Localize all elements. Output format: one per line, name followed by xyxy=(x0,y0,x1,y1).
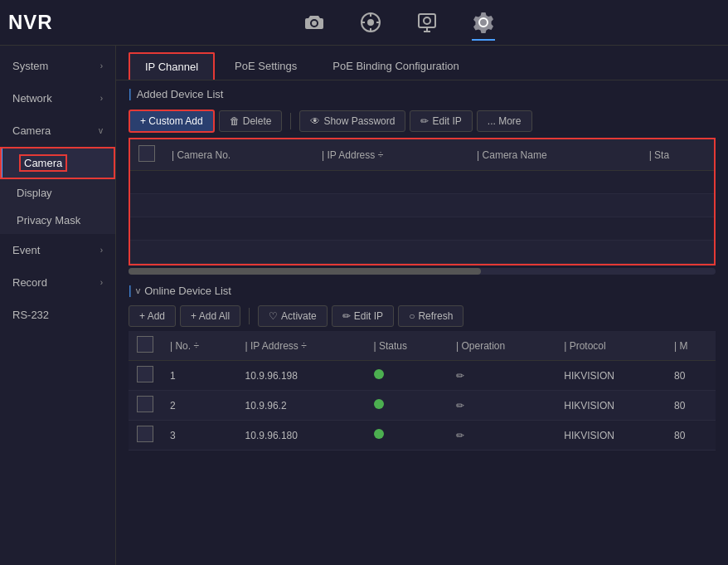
tab-poe-binding[interactable]: PoE Binding Configuration xyxy=(317,52,475,80)
more-button[interactable]: ... More xyxy=(477,110,532,132)
sidebar-arrow-network: › xyxy=(100,94,103,103)
sidebar-label-record: Record xyxy=(12,276,47,289)
added-device-table: | Camera No. | IP Address ÷ | Camera Nam… xyxy=(130,139,714,264)
add-button[interactable]: + Add xyxy=(129,305,176,327)
sidebar-subitem-privacy[interactable]: Privacy Mask xyxy=(0,207,115,234)
row-ip: 10.9.96.180 xyxy=(237,421,366,451)
nav-playback[interactable] xyxy=(359,11,382,34)
col-camera-name: | Camera Name xyxy=(468,139,641,171)
col-camera-no: | Camera No. xyxy=(163,139,313,171)
online-bar-indicator: | xyxy=(129,284,132,297)
activate-button[interactable]: ♡ Activate xyxy=(258,305,328,327)
custom-add-button[interactable]: + Custom Add xyxy=(129,110,215,133)
eye-icon: 👁 xyxy=(310,115,320,127)
show-password-button[interactable]: 👁 Show Password xyxy=(299,110,405,132)
row-checkbox-cell xyxy=(129,421,162,451)
sidebar-item-event[interactable]: Event › xyxy=(0,234,115,266)
row-operation: ✏ xyxy=(448,421,556,451)
sidebar-item-camera[interactable]: Camera v xyxy=(0,114,115,147)
row-status xyxy=(366,391,449,421)
sidebar-label-system: System xyxy=(12,60,48,72)
online-separator-1 xyxy=(249,308,250,324)
row-no: 3 xyxy=(162,421,237,451)
sidebar-item-system[interactable]: System › xyxy=(0,50,115,82)
sidebar-arrow-event: › xyxy=(100,246,103,255)
row-edit-icon[interactable]: ✏ xyxy=(456,400,464,412)
svg-point-7 xyxy=(424,17,430,24)
row-edit-icon[interactable]: ✏ xyxy=(456,370,464,382)
more-label: ... More xyxy=(488,115,522,127)
row-operation: ✏ xyxy=(448,391,556,421)
header-checkbox[interactable] xyxy=(138,145,155,162)
sidebar-sub-camera: Camera Display Privacy Mask xyxy=(0,147,115,234)
status-indicator xyxy=(374,429,384,439)
refresh-button[interactable]: ○ Refresh xyxy=(398,305,463,327)
nav-search[interactable] xyxy=(415,11,439,34)
content-area: IP Channel PoE Settings PoE Binding Conf… xyxy=(116,46,728,565)
delete-label: Delete xyxy=(243,115,272,127)
show-password-label: Show Password xyxy=(323,115,395,127)
sidebar-item-rs232[interactable]: RS-232 xyxy=(0,299,115,331)
online-toolbar: + Add + Add All ♡ Activate ✏ Edit IP ○ R… xyxy=(116,301,728,331)
row-m: 80 xyxy=(666,421,716,451)
tab-poe-settings[interactable]: PoE Settings xyxy=(219,52,313,80)
row-checkbox-cell xyxy=(129,391,162,421)
nav-camera[interactable] xyxy=(303,11,326,34)
row-m: 80 xyxy=(666,361,716,391)
svg-point-1 xyxy=(367,19,374,26)
added-device-section: | Added Device List xyxy=(116,83,728,105)
online-table-row: 3 10.9.96.180 ✏ HIKVISION 80 xyxy=(129,421,716,451)
edit-icon: ✏ xyxy=(420,115,429,127)
app-logo: NVR xyxy=(8,11,53,34)
online-header-checkbox[interactable] xyxy=(137,336,153,353)
online-edit-ip-button[interactable]: ✏ Edit IP xyxy=(332,305,394,327)
activate-icon: ♡ xyxy=(269,310,278,322)
sidebar-privacy-label: Privacy Mask xyxy=(17,214,80,226)
scrollbar-thumb xyxy=(129,268,481,275)
online-col-m: | M xyxy=(666,331,716,361)
added-device-table-wrap: | Camera No. | IP Address ÷ | Camera Nam… xyxy=(129,138,716,265)
sidebar-camera-label: Camera xyxy=(19,154,67,172)
col-status: | Sta xyxy=(641,139,714,171)
chevron-icon: v xyxy=(136,285,141,295)
delete-icon: 🗑 xyxy=(230,115,240,127)
row-protocol: HIKVISION xyxy=(556,361,666,391)
row-checkbox[interactable] xyxy=(137,426,153,442)
section-bar-indicator: | xyxy=(129,87,132,100)
added-device-title: Added Device List xyxy=(137,88,224,100)
edit-ip-button[interactable]: ✏ Edit IP xyxy=(410,110,472,132)
add-all-button[interactable]: + Add All xyxy=(180,305,240,327)
table-scrollbar[interactable] xyxy=(129,268,716,275)
sidebar-arrow-record: › xyxy=(100,278,103,287)
table-row xyxy=(130,194,714,217)
table-row xyxy=(130,241,714,264)
sidebar-item-record[interactable]: Record › xyxy=(0,266,115,299)
online-col-protocol: | Protocol xyxy=(556,331,666,361)
nav-settings[interactable] xyxy=(472,11,495,34)
tab-bar: IP Channel PoE Settings PoE Binding Conf… xyxy=(116,46,728,80)
online-col-operation: | Operation xyxy=(448,331,556,361)
main-layout: System › Network › Camera v Camera Displ… xyxy=(0,46,728,565)
top-nav xyxy=(78,11,720,34)
online-table-wrap: | No. ÷ | IP Address ÷ | Status | Operat… xyxy=(129,331,716,565)
tab-poe-settings-label: PoE Settings xyxy=(235,60,297,72)
row-edit-icon[interactable]: ✏ xyxy=(456,430,464,441)
status-indicator xyxy=(374,399,384,409)
row-checkbox[interactable] xyxy=(137,366,153,382)
online-col-ip: | IP Address ÷ xyxy=(237,331,366,361)
tab-poe-binding-label: PoE Binding Configuration xyxy=(332,60,459,72)
sidebar-label-rs232: RS-232 xyxy=(12,309,49,321)
delete-button[interactable]: 🗑 Delete xyxy=(219,110,283,132)
status-indicator xyxy=(374,369,384,379)
sidebar-label-camera: Camera xyxy=(12,124,51,137)
top-bar: NVR xyxy=(0,0,728,46)
table-row xyxy=(130,171,714,194)
sidebar: System › Network › Camera v Camera Displ… xyxy=(0,46,116,565)
tab-ip-channel[interactable]: IP Channel xyxy=(129,52,215,80)
sidebar-subitem-camera[interactable]: Camera xyxy=(0,147,115,179)
added-toolbar: + Custom Add 🗑 Delete 👁 Show Password ✏ … xyxy=(116,105,728,138)
row-checkbox[interactable] xyxy=(137,396,153,412)
col-checkbox xyxy=(130,139,163,171)
sidebar-item-network[interactable]: Network › xyxy=(0,82,115,114)
sidebar-subitem-display[interactable]: Display xyxy=(0,179,115,207)
